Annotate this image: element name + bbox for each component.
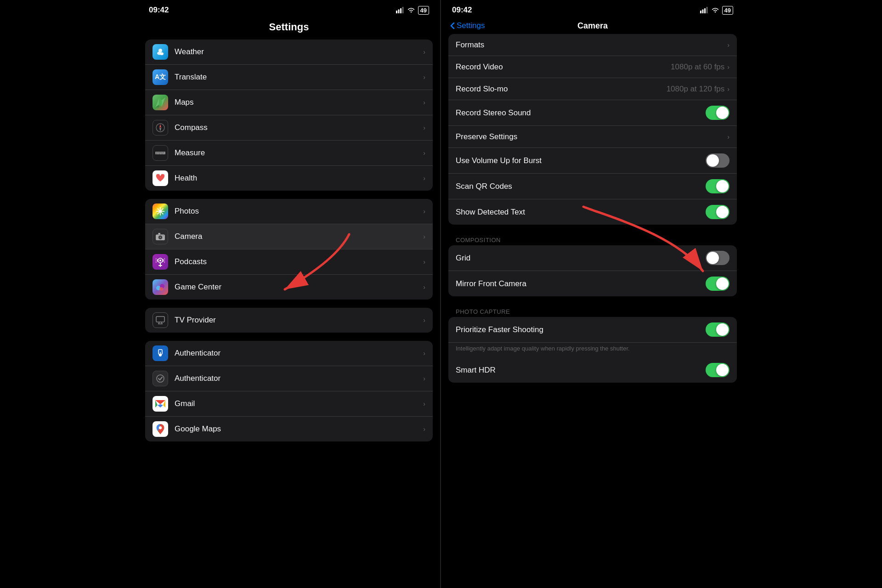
camera-chevron: › [423,233,425,240]
tvprovider-item[interactable]: TV Provider › [145,308,433,333]
record-slomo-item[interactable]: Record Slo-mo 1080p at 120 fps › [448,78,737,100]
volume-burst-item: Use Volume Up for Burst [448,148,737,174]
photos-svg [155,206,165,216]
camera-general-section: Formats › Record Video 1080p at 60 fps ›… [448,34,737,225]
gmail-label: Gmail [175,399,423,408]
health-item[interactable]: Health › [145,166,433,191]
googlemaps-item[interactable]: Google Maps › [145,417,433,441]
svg-point-53 [159,426,162,429]
gmail-item[interactable]: Gmail › [145,391,433,417]
utilities-section: Weather › A文 Translate › Maps [145,40,433,191]
preserve-item[interactable]: Preserve Settings › [448,126,737,148]
health-label: Health [175,174,423,183]
signal-icon [396,7,404,13]
right-battery-icon: 49 [722,6,733,15]
authenticator2-item[interactable]: Authenticator › [145,366,433,391]
formats-label: Formats [456,40,727,50]
apps-section: Authenticator › Authenticator › [145,341,433,441]
maps-icon [153,95,168,110]
nav-back-button[interactable]: Settings [450,21,485,30]
mirror-front-knob [716,277,729,290]
authenticator1-item[interactable]: Authenticator › [145,341,433,366]
right-phone: 09:42 49 [441,0,744,588]
formats-chevron: › [727,41,729,49]
show-text-label: Show Detected Text [456,208,706,217]
svg-rect-3 [402,7,403,13]
compass-svg [155,123,165,133]
googlemaps-icon [153,421,168,437]
svg-point-39 [159,287,163,291]
maps-svg [155,97,165,107]
weather-svg [155,47,165,57]
compass-label: Compass [175,123,423,132]
mirror-front-toggle[interactable] [706,277,729,291]
translate-item[interactable]: A文 Translate › [145,65,433,90]
scan-qr-label: Scan QR Codes [456,182,706,191]
gamecenter-svg [155,282,166,293]
faster-shooting-item: Prioritize Faster Shooting [448,317,737,343]
authenticator2-label: Authenticator [175,374,423,383]
smart-hdr-knob [716,364,729,376]
smart-hdr-item: Smart HDR [448,357,737,383]
maps-label: Maps [175,98,423,107]
record-slomo-label: Record Slo-mo [456,85,667,94]
volume-burst-label: Use Volume Up for Burst [456,156,706,165]
show-text-toggle[interactable] [706,205,729,219]
photos-chevron: › [423,208,425,215]
volume-burst-toggle[interactable] [706,153,729,168]
record-stereo-toggle[interactable] [706,106,729,120]
tvprovider-label: TV Provider [175,316,423,325]
maps-item[interactable]: Maps › [145,90,433,115]
gamecenter-chevron: › [423,283,425,291]
authenticator1-icon [153,345,168,361]
grid-knob [707,252,719,264]
weather-item[interactable]: Weather › [145,40,433,65]
authenticator2-icon [153,371,168,386]
record-stereo-label: Record Stereo Sound [456,108,706,118]
wifi-icon [407,7,415,13]
weather-icon [153,44,168,60]
svg-rect-58 [706,7,707,13]
record-video-value: 1080p at 60 fps [671,62,724,72]
preserve-label: Preserve Settings [456,132,727,141]
gmail-chevron: › [423,400,425,407]
gamecenter-icon [153,279,168,295]
gamecenter-item[interactable]: Game Center › [145,275,433,300]
composition-section: Grid Mirror Front Camera [448,245,737,296]
formats-item[interactable]: Formats › [448,34,737,56]
left-status-icons: 49 [396,6,429,15]
right-status-icons: 49 [700,6,733,15]
auth2-svg [155,373,165,384]
composition-header: COMPOSITION [448,233,737,245]
measure-item[interactable]: Measure › [145,141,433,166]
smart-hdr-toggle[interactable] [706,363,729,377]
svg-point-7 [160,52,164,55]
record-video-item[interactable]: Record Video 1080p at 60 fps › [448,56,737,78]
faster-shooting-toggle[interactable] [706,322,729,337]
svg-marker-13 [159,128,161,131]
gmail-icon [153,396,168,412]
podcasts-item[interactable]: Podcasts › [145,249,433,275]
right-status-bar: 09:42 49 [441,0,744,18]
photos-item[interactable]: Photos › [145,199,433,224]
photos-icon [153,204,168,219]
podcasts-svg [156,257,165,267]
health-icon [153,170,168,186]
faster-shooting-note: Intelligently adapt image quality when r… [448,343,737,357]
right-time: 09:42 [452,6,472,15]
grid-toggle[interactable] [706,251,729,265]
scan-qr-toggle[interactable] [706,179,729,193]
svg-rect-57 [704,8,706,13]
photo-capture-section: Prioritize Faster Shooting Intelligently… [448,317,737,383]
compass-item[interactable]: Compass › [145,115,433,141]
weather-label: Weather [175,47,423,57]
tvprovider-icon [153,312,168,328]
camera-item[interactable]: Camera › [145,224,433,249]
show-text-knob [716,206,729,218]
svg-point-47 [157,375,164,382]
right-nav-title: Camera [577,21,608,31]
photo-capture-header-container: PHOTO CAPTURE Prioritize Faster Shooting… [448,305,737,383]
camera-svg [155,232,165,241]
health-chevron: › [423,175,425,182]
gamecenter-label: Game Center [175,283,423,292]
